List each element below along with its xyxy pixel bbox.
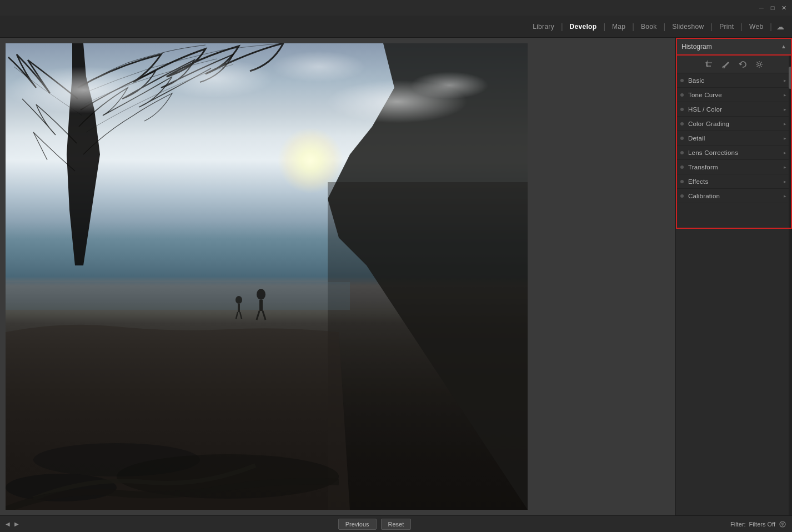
minimize-button[interactable]: ─ [758, 4, 765, 12]
histogram-arrow: ▲ [781, 43, 786, 49]
filter-icon [779, 520, 786, 528]
basic-label: Basic [688, 77, 704, 84]
bottom-left: ◀ ▶ [6, 521, 19, 527]
nav-book[interactable]: Book [634, 16, 664, 38]
tree-overlay [6, 43, 528, 510]
photo-container [6, 43, 528, 510]
title-bar: ─ □ ✕ [0, 0, 792, 16]
filter-value: Filters Off [749, 521, 775, 528]
app-container: Library | Develop | Map | Book | Slidesh… [0, 16, 792, 532]
transform-label: Transform [688, 164, 718, 170]
effects-label: Effects [688, 178, 708, 185]
transform-arrow: ▸ [784, 164, 786, 170]
panel-item-detail[interactable]: Detail ▸ [676, 131, 792, 145]
color-grading-label: Color Grading [688, 121, 729, 127]
item-dot [680, 165, 684, 169]
basic-arrow: ▸ [784, 78, 786, 83]
panel-item-tone-curve[interactable]: Tone Curve ▸ [676, 88, 792, 102]
calibration-label: Calibration [688, 193, 720, 199]
color-grading-arrow: ▸ [784, 121, 786, 127]
item-dot [680, 122, 684, 126]
svg-rect-7 [259, 300, 263, 311]
svg-rect-2 [6, 282, 350, 310]
panel-item-lens-corrections[interactable]: Lens Corrections ▸ [676, 145, 792, 160]
nav-web[interactable]: Web [743, 16, 770, 38]
scroll-track[interactable] [789, 56, 792, 515]
scroll-thumb[interactable] [789, 67, 792, 89]
undo-icon[interactable] [738, 59, 748, 69]
panel-item-calibration[interactable]: Calibration ▸ [676, 189, 792, 203]
detail-label: Detail [688, 135, 705, 142]
brush-icon[interactable] [721, 59, 731, 69]
nav-items: Library | Develop | Map | Book | Slidesh… [526, 16, 784, 38]
item-dot [680, 137, 684, 140]
hsl-arrow: ▸ [784, 107, 786, 112]
nav-bar: Library | Develop | Map | Book | Slidesh… [0, 16, 792, 38]
svg-point-8 [235, 296, 242, 304]
tone-curve-arrow: ▸ [784, 92, 786, 98]
bottom-center: Previous Reset [338, 519, 412, 530]
item-dot [680, 180, 684, 183]
reset-button[interactable]: Reset [381, 519, 412, 530]
bottom-bar: ◀ ▶ Previous Reset Filter: Filters Off [0, 515, 792, 532]
effects-arrow: ▸ [784, 179, 786, 184]
bottom-right: Filter: Filters Off [730, 520, 786, 528]
right-panel: Histogram ▲ [675, 38, 792, 515]
panel-tools [676, 56, 792, 73]
bottom-right-arrow[interactable]: ▶ [14, 521, 19, 527]
photo-area [0, 38, 675, 515]
content-area: Histogram ▲ [0, 38, 792, 515]
histogram-header[interactable]: Histogram ▲ [676, 38, 792, 56]
item-dot [680, 108, 684, 111]
calibration-arrow: ▸ [784, 193, 786, 199]
filter-label: Filter: [730, 521, 746, 528]
nav-map[interactable]: Map [605, 16, 632, 38]
panel-item-transform[interactable]: Transform ▸ [676, 160, 792, 174]
detail-arrow: ▸ [784, 135, 786, 141]
svg-point-11 [758, 63, 760, 66]
bottom-left-arrow[interactable]: ◀ [6, 521, 10, 527]
close-button[interactable]: ✕ [780, 4, 788, 12]
window-controls[interactable]: ─ □ ✕ [758, 4, 788, 12]
previous-button[interactable]: Previous [338, 519, 377, 530]
panel-item-basic[interactable]: Basic ▸ [676, 73, 792, 88]
nav-develop[interactable]: Develop [563, 16, 604, 38]
item-dot [680, 194, 684, 198]
svg-marker-1 [328, 182, 528, 510]
settings-icon[interactable] [754, 59, 764, 69]
panel-item-effects[interactable]: Effects ▸ [676, 174, 792, 189]
nav-sep-7: | [770, 22, 772, 31]
hsl-label: HSL / Color [688, 106, 722, 113]
panel-item-color-grading[interactable]: Color Grading ▸ [676, 117, 792, 131]
nav-print[interactable]: Print [713, 16, 740, 38]
svg-marker-0 [328, 43, 528, 510]
item-dot [680, 93, 684, 97]
tone-curve-label: Tone Curve [688, 92, 722, 98]
nav-library[interactable]: Library [526, 16, 561, 38]
svg-point-3 [33, 443, 200, 476]
svg-point-4 [117, 454, 339, 499]
cloud-icon[interactable]: ☁ [776, 22, 784, 31]
maximize-button[interactable]: □ [769, 4, 776, 12]
svg-point-5 [6, 474, 117, 501]
item-dot [680, 79, 684, 82]
item-dot [680, 151, 684, 154]
svg-point-6 [257, 289, 265, 300]
lens-corrections-label: Lens Corrections [688, 149, 738, 156]
lens-arrow: ▸ [784, 150, 786, 155]
panel-items: Basic ▸ Tone Curve ▸ HSL / Color ▸ Color… [676, 73, 792, 515]
crop-icon[interactable] [704, 59, 714, 69]
panel-item-hsl-color[interactable]: HSL / Color ▸ [676, 102, 792, 117]
nav-slideshow[interactable]: Slideshow [665, 16, 710, 38]
svg-rect-9 [238, 304, 240, 312]
histogram-title: Histogram [681, 43, 712, 51]
photo-image [6, 43, 528, 510]
